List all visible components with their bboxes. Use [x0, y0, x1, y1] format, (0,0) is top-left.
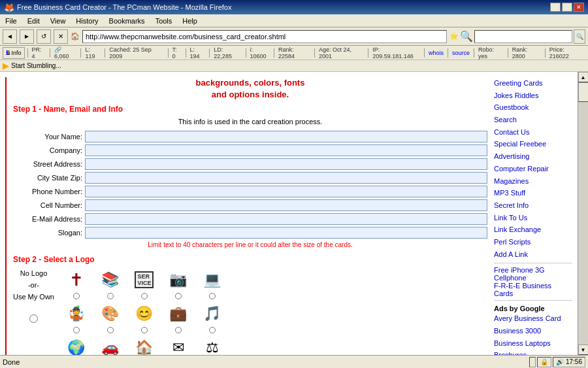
- maximize-button[interactable]: □: [562, 3, 572, 12]
- music-icon: 🎵: [199, 302, 225, 326]
- stop-button[interactable]: ✕: [54, 29, 68, 44]
- page-content: backgrounds, colors, fonts and options i…: [0, 72, 578, 355]
- logo-cell-globe: 🌍: [61, 336, 92, 355]
- input-cell[interactable]: [85, 199, 487, 211]
- form-row-cell: Cell Number:: [13, 199, 487, 211]
- link-advertising[interactable]: Advertising: [494, 150, 572, 163]
- step1-title: Step 1 - Name, Email and Info: [13, 105, 487, 114]
- logo-radio-computer[interactable]: [209, 293, 216, 299]
- input-company[interactable]: [85, 144, 487, 156]
- pr-label: PR: 4: [30, 46, 47, 59]
- briefcase-icon: 💼: [165, 302, 191, 326]
- link-mp3[interactable]: MP3 Stuff: [494, 187, 572, 199]
- form-row-company: Company:: [13, 144, 487, 156]
- ip-label: IP: 209.59.181.146: [371, 46, 421, 59]
- globe-icon: 🌍: [63, 336, 90, 355]
- logo-radio-music[interactable]: [209, 327, 216, 333]
- ad-business3000[interactable]: Business 3000: [494, 325, 572, 337]
- step1-section: Step 1 - Name, Email and Info This info …: [13, 105, 487, 248]
- whois-link[interactable]: whois: [427, 50, 445, 56]
- logo-radio-smiley[interactable]: [141, 327, 148, 333]
- link-secret[interactable]: Secret Info: [494, 199, 572, 212]
- logo-cell-service: SERVICE: [129, 268, 160, 299]
- input-street[interactable]: [85, 158, 487, 170]
- label-name: Your Name:: [13, 133, 85, 141]
- form-row-email: E-Mail Address:: [13, 213, 487, 225]
- jester-icon: 🤹: [63, 302, 90, 326]
- free-iphone-link[interactable]: Free iPhone 3G Cellphone: [494, 266, 545, 282]
- link-contact[interactable]: Contact Us: [494, 126, 572, 139]
- link-search[interactable]: Search: [494, 114, 572, 126]
- menu-history[interactable]: History: [73, 16, 101, 25]
- i10600-label: i: 10600: [248, 46, 271, 59]
- logo-cell-music: 🎵: [197, 302, 228, 333]
- link-greeting-cards[interactable]: Greeting Cards: [494, 77, 572, 90]
- logo-radio-briefcase[interactable]: [175, 327, 182, 333]
- status-panel-1: [529, 357, 536, 367]
- link-guestbook[interactable]: Guestbook: [494, 101, 572, 114]
- form-row-slogan: Slogan:: [13, 227, 487, 239]
- forward-button[interactable]: ►: [20, 29, 34, 44]
- input-phone[interactable]: [85, 186, 487, 197]
- menu-file[interactable]: File: [3, 16, 20, 25]
- logo-options-container: No Logo -or- Use My Own: [13, 268, 487, 355]
- logo-radio-service[interactable]: [141, 293, 148, 299]
- l-label: L: 119: [84, 46, 102, 59]
- menu-edit[interactable]: Edit: [25, 16, 42, 25]
- label-email: E-Mail Address:: [13, 215, 85, 223]
- logo-radio-books[interactable]: [107, 293, 114, 299]
- label-company: Company:: [13, 146, 85, 154]
- stumble-button[interactable]: ▶: [3, 61, 8, 71]
- link-freebee[interactable]: Special Freebee: [494, 138, 572, 150]
- scroll-track[interactable]: [578, 82, 589, 344]
- page-banner: backgrounds, colors, fonts and options i…: [13, 77, 487, 101]
- back-button[interactable]: ◄: [3, 29, 17, 44]
- no-logo-text: No Logo: [13, 268, 54, 280]
- link-exchange[interactable]: Link Exchange: [494, 224, 572, 236]
- ad-laptops[interactable]: Business Laptops: [494, 337, 572, 350]
- input-name[interactable]: [85, 131, 487, 142]
- search-button[interactable]: 🔍: [574, 29, 585, 44]
- menu-bookmarks[interactable]: Bookmarks: [106, 16, 148, 25]
- source-link[interactable]: source: [451, 50, 471, 56]
- seo-info-btn[interactable]: ℹ ℹ Info: [3, 47, 25, 59]
- input-city[interactable]: [85, 172, 487, 184]
- logo-radio-jester[interactable]: [73, 327, 80, 333]
- logo-radio-palette[interactable]: [107, 327, 114, 333]
- status-panels: 🔒 🔊 17:56: [529, 357, 585, 367]
- menu-tools[interactable]: Tools: [153, 16, 175, 25]
- reload-button[interactable]: ↺: [37, 29, 51, 44]
- logo-radio-camera[interactable]: [175, 293, 182, 299]
- scroll-thumb[interactable]: [578, 82, 589, 102]
- character-warning: Limit text to 40 characters per line or …: [13, 241, 487, 248]
- no-logo-radio[interactable]: [29, 314, 38, 323]
- link-magazines[interactable]: Magazines: [494, 175, 572, 188]
- link-jokes[interactable]: Jokes Riddles: [494, 90, 572, 102]
- minimize-button[interactable]: _: [550, 3, 561, 12]
- link-perl[interactable]: Perl Scripts: [494, 236, 572, 248]
- ad-brochures[interactable]: Brochures: [494, 349, 572, 355]
- input-slogan[interactable]: [85, 227, 487, 239]
- label-cell: Cell Number:: [13, 201, 85, 209]
- scroll-up-button[interactable]: ▲: [578, 72, 589, 82]
- main-form-column: backgrounds, colors, fonts and options i…: [13, 77, 487, 355]
- logo-cell-camera: 📷: [163, 268, 194, 299]
- scrollbar-right: ▲ ▼: [578, 72, 588, 355]
- form-row-city: City State Zip:: [13, 172, 487, 184]
- close-button[interactable]: ✕: [574, 3, 584, 12]
- ad-avery[interactable]: Avery Business Card: [494, 312, 572, 325]
- input-email[interactable]: [85, 213, 487, 225]
- menu-view[interactable]: View: [48, 16, 69, 25]
- address-input[interactable]: [82, 30, 447, 43]
- logo-radio-cross[interactable]: [73, 293, 80, 299]
- link-link-to-us[interactable]: Link To Us: [494, 212, 572, 224]
- free-cards-link[interactable]: F-R-E-E Business Cards: [494, 282, 551, 297]
- link-computer-repair[interactable]: Computer Repair: [494, 163, 572, 175]
- link-add-link[interactable]: Add A Link: [494, 248, 572, 261]
- menu-help[interactable]: Help: [180, 16, 200, 25]
- computer-icon: 💻: [199, 268, 225, 292]
- search-input[interactable]: [474, 30, 572, 43]
- or-text: -or-: [13, 280, 54, 292]
- scroll-down-button[interactable]: ▼: [578, 344, 589, 355]
- rank-label: Rank: 22584: [277, 46, 312, 59]
